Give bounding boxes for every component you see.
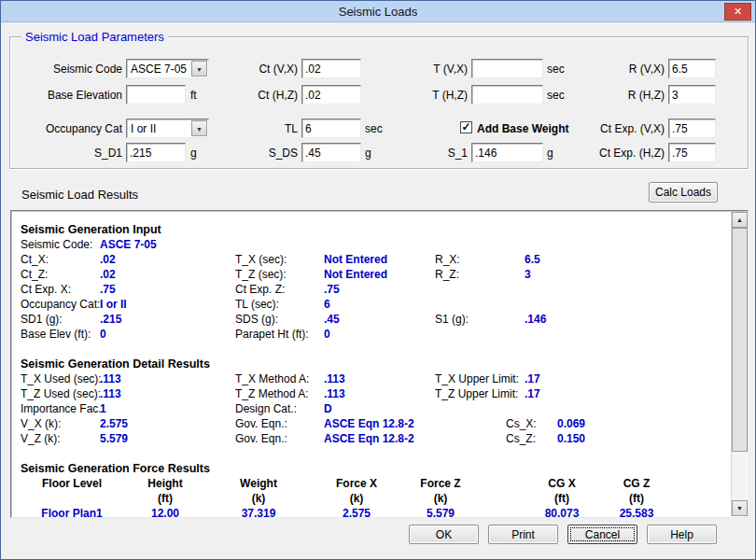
vertical-scrollbar[interactable]: ▲ ▼ bbox=[731, 212, 747, 516]
seismic-load-results-label: Seismic Load Results bbox=[21, 188, 138, 202]
report-label: S1 (g): bbox=[435, 312, 469, 327]
report-row: V_Z (k):5.579Gov. Eqn.:ASCE Eqn 12.8-2Cs… bbox=[13, 431, 728, 446]
chevron-down-icon[interactable]: ▼ bbox=[191, 120, 207, 136]
s1-unit: g bbox=[547, 147, 553, 160]
group-title: Seismic Load Parameters bbox=[21, 30, 168, 44]
table-cell: CG X bbox=[548, 476, 575, 491]
table-cell: 2.575 bbox=[343, 506, 371, 517]
report-value: .17 bbox=[525, 371, 540, 386]
t-hz-label: T (H,Z) bbox=[384, 89, 468, 102]
report-value: ASCE Eqn 12.8-2 bbox=[324, 431, 414, 446]
print-button[interactable]: Print bbox=[488, 525, 558, 544]
report-row: Occupancy Cat:I or IITL (sec):6 bbox=[13, 297, 728, 312]
ok-button[interactable]: OK bbox=[409, 525, 479, 544]
r-hz-label: R (H,Z) bbox=[575, 89, 665, 102]
report-value: .17 bbox=[525, 386, 540, 401]
report-body: Seismic Generation InputSeismic Code:ASC… bbox=[13, 213, 728, 517]
scroll-up-icon[interactable]: ▲ bbox=[732, 212, 748, 228]
calc-loads-button[interactable]: Calc Loads bbox=[649, 182, 718, 203]
add-base-weight-checkbox[interactable]: ✓ bbox=[460, 121, 472, 133]
report-label: Cs_X: bbox=[506, 416, 537, 431]
r-vx-label: R (V,X) bbox=[575, 63, 665, 76]
report-row: Importance Fac.:1Design Cat.:D bbox=[13, 401, 728, 416]
table-cell: (k) bbox=[434, 491, 448, 506]
report-label: Parapet Ht (ft): bbox=[235, 327, 309, 342]
report-label: V_Z (k): bbox=[21, 431, 61, 446]
report-label: TL (sec): bbox=[235, 297, 279, 312]
force-table-data-row: Floor Plan112.0037.3192.5755.57980.07325… bbox=[13, 506, 728, 517]
report-label: SDS (g): bbox=[235, 312, 278, 327]
report-row: Base Elev (ft):0Parapet Ht (ft):0 bbox=[13, 327, 728, 342]
base-elevation-input[interactable] bbox=[126, 85, 186, 105]
report-value: D bbox=[324, 401, 332, 416]
scroll-down-icon[interactable]: ▼ bbox=[732, 500, 748, 516]
occupancy-cat-select[interactable]: I or II ▼ bbox=[126, 119, 209, 138]
help-button[interactable]: Help bbox=[647, 525, 717, 544]
sd1-input[interactable] bbox=[126, 143, 186, 162]
force-table-units-row: (ft)(k)(k)(k)(ft)(ft) bbox=[13, 491, 728, 506]
close-icon: ✕ bbox=[734, 6, 742, 17]
report-value: 6.5 bbox=[525, 252, 540, 267]
table-cell: (ft) bbox=[554, 491, 569, 506]
report-value: .113 bbox=[324, 386, 345, 401]
report-label: V_X (k): bbox=[21, 416, 61, 431]
ct-vx-input[interactable] bbox=[301, 59, 361, 78]
report-value: 0.150 bbox=[557, 431, 585, 446]
report-label: T_Z Upper Limit: bbox=[435, 386, 518, 401]
report-value: ASCE 7-05 bbox=[100, 237, 157, 252]
report-row: Ct_Z:.02T_Z (sec):Not EnteredR_Z:3 bbox=[13, 267, 728, 282]
t-vx-input[interactable] bbox=[471, 59, 543, 78]
report-row: T_X Used (sec):.113T_X Method A:.113T_X … bbox=[13, 371, 728, 386]
r-vx-input[interactable] bbox=[668, 59, 716, 78]
table-cell: 37.319 bbox=[242, 506, 276, 517]
report-row: Ct_X:.02T_X (sec):Not EnteredR_X:6.5 bbox=[13, 252, 728, 267]
ct-hz-input[interactable] bbox=[301, 85, 361, 105]
report-value: .113 bbox=[100, 371, 121, 386]
table-cell: (k) bbox=[252, 491, 266, 506]
report-value: 0 bbox=[100, 327, 106, 342]
scrollbar-thumb[interactable] bbox=[732, 228, 748, 452]
tl-input[interactable] bbox=[301, 119, 361, 138]
table-cell: (k) bbox=[350, 491, 364, 506]
t-vx-unit: sec bbox=[547, 63, 565, 76]
report-value: I or II bbox=[100, 297, 127, 312]
sds-input[interactable] bbox=[301, 143, 361, 162]
report-label: Occupancy Cat: bbox=[21, 297, 100, 312]
table-cell: 5.579 bbox=[427, 506, 455, 517]
report-label: T_Z (sec): bbox=[235, 267, 287, 282]
ct-exp-vx-input[interactable] bbox=[668, 119, 716, 138]
ct-exp-vx-label: Ct Exp. (V,X) bbox=[575, 122, 665, 135]
ct-exp-hz-input[interactable] bbox=[668, 143, 716, 162]
r-hz-input[interactable] bbox=[668, 85, 716, 105]
ct-exp-hz-label: Ct Exp. (H,Z) bbox=[575, 147, 665, 160]
report-label: Ct Exp. Z: bbox=[235, 282, 285, 297]
seismic-code-label: Seismic Code bbox=[29, 63, 122, 76]
s1-label: S_1 bbox=[384, 147, 468, 160]
cancel-button[interactable]: Cancel bbox=[567, 525, 637, 544]
table-cell: 80.073 bbox=[545, 506, 580, 517]
seismic-code-select[interactable]: ASCE 7-05 ▼ bbox=[126, 59, 209, 78]
report-row: Seismic Code:ASCE 7-05 bbox=[13, 237, 728, 252]
seismic-code-value: ASCE 7-05 bbox=[131, 63, 187, 76]
ct-vx-label: Ct (V,X) bbox=[216, 63, 298, 76]
report-value: ASCE Eqn 12.8-2 bbox=[324, 416, 414, 431]
report-section-title: Seismic Generation Input bbox=[13, 222, 728, 237]
report-label: T_Z Used (sec): bbox=[21, 386, 101, 401]
report-value: 0.069 bbox=[557, 416, 585, 431]
table-cell: Height bbox=[147, 476, 182, 491]
window-title: Seismic Loads bbox=[1, 5, 755, 19]
s1-input[interactable] bbox=[471, 143, 543, 162]
chevron-down-icon[interactable]: ▼ bbox=[191, 61, 207, 77]
report-value: 3 bbox=[525, 267, 531, 282]
base-elevation-label: Base Elevation bbox=[29, 89, 122, 102]
report-value: .215 bbox=[100, 312, 121, 327]
report-value: 0 bbox=[324, 327, 330, 342]
sds-label: S_DS bbox=[216, 147, 298, 160]
report-value: Not Entered bbox=[324, 252, 387, 267]
report-label: Design Cat.: bbox=[235, 401, 297, 416]
report-value: Not Entered bbox=[324, 267, 387, 282]
close-button[interactable]: ✕ bbox=[724, 3, 751, 21]
t-hz-input[interactable] bbox=[471, 85, 543, 105]
report-label: T_X Upper Limit: bbox=[435, 371, 519, 386]
sd1-unit: g bbox=[190, 147, 197, 160]
